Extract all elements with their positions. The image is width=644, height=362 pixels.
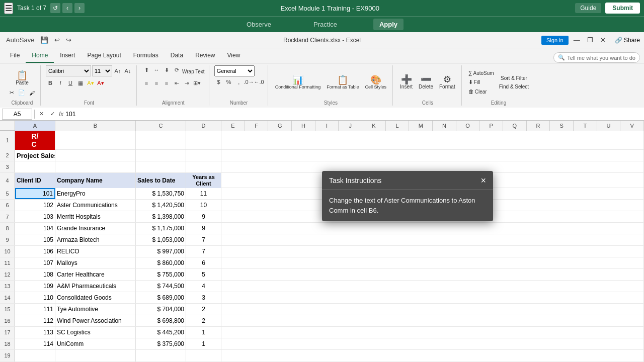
align-bottom-button[interactable]: ⬇ bbox=[162, 65, 171, 74]
cell-d18[interactable]: 1 bbox=[186, 338, 221, 349]
cell-b5[interactable]: EnergyPro bbox=[55, 188, 136, 199]
cell-c17[interactable]: $ 445,200 bbox=[136, 327, 186, 338]
cell-b19[interactable] bbox=[55, 350, 136, 361]
cell-b8[interactable]: Grande Insurance bbox=[55, 223, 136, 234]
bold-button[interactable]: B bbox=[46, 78, 55, 87]
cell-d6[interactable]: 10 bbox=[186, 200, 221, 211]
col-header-f[interactable]: F bbox=[245, 121, 269, 131]
align-right-button[interactable]: ≡ bbox=[162, 78, 171, 87]
practice-button[interactable]: Practice bbox=[307, 19, 343, 30]
cell-rest-10[interactable] bbox=[221, 246, 644, 257]
cell-c16[interactable]: $ 698,800 bbox=[136, 315, 186, 326]
merge-center-button[interactable]: ⊞▾ bbox=[192, 78, 201, 87]
underline-button[interactable]: U bbox=[66, 78, 75, 87]
col-header-n[interactable]: N bbox=[433, 121, 456, 131]
fill-color-button[interactable]: A▾ bbox=[86, 78, 95, 87]
cell-a8[interactable]: 104 bbox=[15, 223, 55, 234]
align-top-button[interactable]: ⬆ bbox=[142, 65, 151, 74]
cell-rest-9[interactable] bbox=[221, 234, 644, 245]
cell-b9[interactable]: Armaza Biotech bbox=[55, 234, 136, 245]
cell-c3[interactable] bbox=[136, 161, 186, 172]
col-header-e[interactable]: E bbox=[221, 121, 245, 131]
cell-d11[interactable]: 6 bbox=[186, 257, 221, 268]
clear-button[interactable]: 🗑 Clear bbox=[467, 88, 496, 95]
cell-c11[interactable]: $ 860,000 bbox=[136, 257, 186, 268]
cell-a11[interactable]: 107 bbox=[15, 257, 55, 268]
cell-b11[interactable]: Malloys bbox=[55, 257, 136, 268]
cell-c5[interactable]: $ 1,530,750 bbox=[136, 188, 186, 199]
next-task-button[interactable]: › bbox=[74, 3, 85, 13]
cell-rest-12[interactable] bbox=[221, 269, 644, 280]
border-button[interactable]: ▦ bbox=[76, 78, 85, 87]
tab-data[interactable]: Data bbox=[165, 49, 189, 63]
increase-decimal-button[interactable]: .0→ bbox=[245, 77, 254, 86]
col-header-b[interactable]: B bbox=[55, 121, 136, 131]
cell-a9[interactable]: 105 bbox=[15, 234, 55, 245]
prev-task-button[interactable]: ‹ bbox=[62, 3, 72, 13]
cell-b16[interactable]: Wind Power Association bbox=[55, 315, 136, 326]
cell-c18[interactable]: $ 375,600 bbox=[136, 338, 186, 349]
cell-d14[interactable]: 3 bbox=[186, 292, 221, 303]
cell-a16[interactable]: 112 bbox=[15, 315, 55, 326]
cell-e2[interactable] bbox=[221, 150, 644, 161]
cell-rest-16[interactable] bbox=[221, 315, 644, 326]
task-modal-close-button[interactable]: × bbox=[480, 176, 486, 185]
cell-a18[interactable]: 114 bbox=[15, 338, 55, 349]
submit-button[interactable]: Submit bbox=[605, 3, 640, 14]
increase-indent-button[interactable]: ⇥ bbox=[182, 78, 191, 87]
cell-c8[interactable]: $ 1,175,000 bbox=[136, 223, 186, 234]
cell-a17[interactable]: 113 bbox=[15, 327, 55, 338]
decrease-font-button[interactable]: A↓ bbox=[123, 66, 132, 75]
cell-d3[interactable] bbox=[186, 161, 221, 172]
cell-c7[interactable]: $ 1,398,000 bbox=[136, 211, 186, 222]
cell-rest-19[interactable] bbox=[221, 350, 644, 361]
italic-button[interactable]: I bbox=[56, 78, 65, 87]
col-header-h[interactable]: H bbox=[292, 121, 315, 131]
cell-d9[interactable]: 7 bbox=[186, 234, 221, 245]
cell-a7[interactable]: 103 bbox=[15, 211, 55, 222]
minimize-button[interactable]: — bbox=[572, 35, 582, 45]
formula-input[interactable] bbox=[65, 109, 642, 120]
cell-c15[interactable]: $ 704,000 bbox=[136, 304, 186, 315]
cell-a15[interactable]: 111 bbox=[15, 304, 55, 315]
col-header-g[interactable]: G bbox=[268, 121, 292, 131]
cell-a6[interactable]: 102 bbox=[15, 200, 55, 211]
cell-a10[interactable]: 106 bbox=[15, 246, 55, 257]
cell-d10[interactable]: 7 bbox=[186, 246, 221, 257]
col-header-c[interactable]: C bbox=[136, 121, 186, 131]
cell-b4[interactable]: Company Name bbox=[55, 173, 136, 188]
col-header-l[interactable]: L bbox=[386, 121, 410, 131]
font-name-select[interactable]: Calibri bbox=[46, 65, 91, 76]
cell-d15[interactable]: 2 bbox=[186, 304, 221, 315]
col-header-r[interactable]: R bbox=[527, 121, 550, 131]
currency-button[interactable]: $ bbox=[214, 77, 223, 86]
tell-me-box[interactable]: 🔍 Tell me what you want to do bbox=[553, 52, 640, 63]
col-header-k[interactable]: K bbox=[362, 121, 386, 131]
cell-a4[interactable]: Client ID bbox=[15, 173, 55, 188]
col-header-j[interactable]: J bbox=[339, 121, 362, 131]
insert-cells-button[interactable]: ➕ Insert bbox=[398, 68, 415, 97]
cell-b15[interactable]: Tye Automotive bbox=[55, 304, 136, 315]
save-button[interactable]: 💾 bbox=[38, 35, 50, 45]
find-select-button[interactable]: Find & Select bbox=[498, 83, 530, 90]
copy-button[interactable]: 📄 bbox=[17, 89, 27, 97]
col-header-i[interactable]: I bbox=[315, 121, 339, 131]
tab-page-layout[interactable]: Page Layout bbox=[81, 49, 127, 63]
cell-b2[interactable] bbox=[55, 150, 136, 161]
cell-b7[interactable]: Merritt Hospitals bbox=[55, 211, 136, 222]
confirm-formula-button[interactable]: ✓ bbox=[48, 110, 57, 119]
cell-b10[interactable]: RELICO bbox=[55, 246, 136, 257]
tab-formulas[interactable]: Formulas bbox=[127, 49, 165, 63]
format-as-table-button[interactable]: 📋 Format as Table bbox=[325, 68, 361, 97]
tab-home[interactable]: Home bbox=[26, 49, 54, 63]
cell-styles-button[interactable]: 🎨 Cell Styles bbox=[363, 68, 389, 97]
cell-a12[interactable]: 108 bbox=[15, 269, 55, 280]
tab-file[interactable]: File bbox=[4, 49, 26, 63]
undo-button[interactable]: ↩ bbox=[52, 35, 62, 45]
redo-button[interactable]: ↪ bbox=[64, 35, 73, 45]
format-cells-button[interactable]: ⚙ Format bbox=[437, 68, 457, 97]
decrease-indent-button[interactable]: ⇤ bbox=[172, 78, 181, 87]
cell-rest-17[interactable] bbox=[221, 327, 644, 338]
col-header-p[interactable]: P bbox=[479, 121, 503, 131]
col-header-o[interactable]: O bbox=[456, 121, 480, 131]
